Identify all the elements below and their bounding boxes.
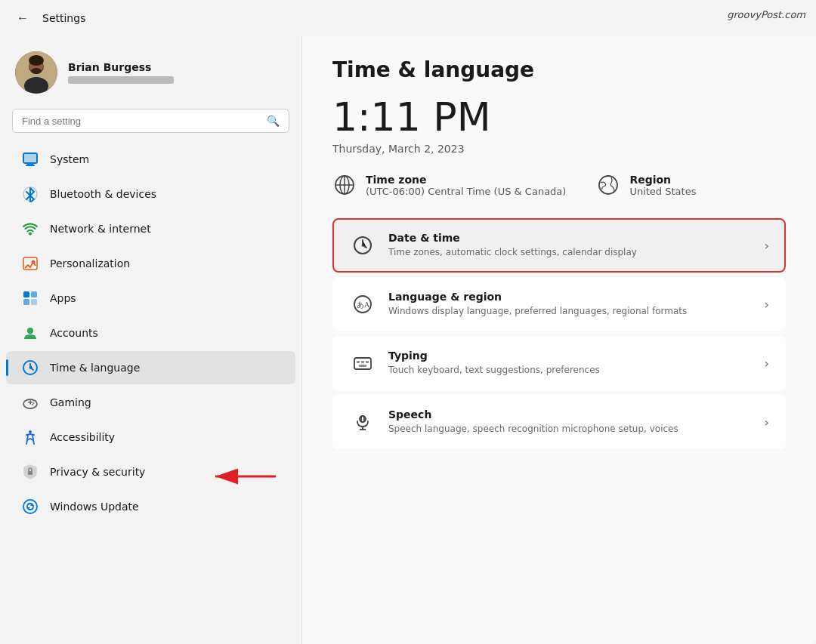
timezone-label: Time zone [366, 174, 566, 186]
datetime-card-chevron: › [765, 239, 769, 253]
avatar [15, 51, 57, 94]
typing-card-desc: Touch keyboard, text suggestions, prefer… [388, 364, 756, 377]
timezone-value: (UTC-06:00) Central Time (US & Canada) [366, 186, 566, 197]
sidebar-item-apps[interactable]: Apps [6, 282, 295, 315]
bluetooth-icon [21, 185, 39, 203]
svg-rect-40 [361, 361, 364, 363]
sidebar-item-label-accounts: Accounts [50, 327, 98, 339]
svg-point-28 [23, 500, 37, 513]
sidebar-item-label-update: Windows Update [50, 501, 139, 513]
sidebar-item-update[interactable]: Windows Update [6, 490, 295, 523]
sidebar-item-label-bluetooth: Bluetooth & devices [50, 188, 156, 200]
typing-card-chevron: › [765, 356, 769, 371]
datetime-card[interactable]: Date & time Time zones, automatic clock … [332, 218, 786, 273]
gaming-icon [21, 393, 39, 411]
svg-rect-7 [27, 163, 33, 165]
svg-rect-41 [366, 361, 369, 363]
timezone-text: Time zone (UTC-06:00) Central Time (US &… [366, 174, 566, 197]
sidebar-item-label-apps: Apps [50, 292, 76, 304]
title-bar-label: Settings [42, 12, 85, 24]
current-time: 1:11 PM [332, 94, 786, 140]
language-card-desc: Windows display language, preferred lang… [388, 305, 756, 318]
typing-card-icon [349, 350, 376, 377]
sidebar-item-accessibility[interactable]: Accessibility [6, 421, 295, 454]
typing-card[interactable]: Typing Touch keyboard, text suggestions,… [332, 336, 786, 390]
language-card-title: Language & region [388, 291, 756, 303]
user-section: Brian Burgess [0, 42, 301, 109]
speech-card[interactable]: Speech Speech language, speech recogniti… [332, 395, 786, 449]
svg-rect-15 [31, 291, 37, 297]
region-value: United States [629, 186, 696, 197]
sidebar-item-label-system: System [50, 153, 89, 165]
svg-point-11 [29, 233, 32, 236]
svg-point-33 [599, 176, 617, 194]
watermark: groovyPost.com [727, 9, 805, 20]
settings-window: ← Settings groovyPost.com [0, 0, 816, 644]
svg-rect-42 [359, 365, 366, 367]
update-icon [21, 498, 39, 516]
accounts-icon [21, 324, 39, 342]
sidebar-item-system[interactable]: System [6, 143, 295, 176]
sidebar-item-personalization[interactable]: Personalization [6, 247, 295, 280]
svg-rect-44 [361, 416, 364, 422]
system-icon [21, 150, 39, 168]
language-card-text: Language & region Windows display langua… [388, 291, 756, 318]
datetime-card-title: Date & time [388, 232, 756, 244]
typing-card-title: Typing [388, 350, 756, 362]
sidebar-item-time[interactable]: Time & language [6, 351, 295, 384]
language-card-chevron: › [765, 297, 769, 312]
region-info: Region United States [596, 173, 696, 197]
accessibility-icon [21, 428, 39, 446]
region-icon [596, 173, 620, 197]
language-card-icon: あA [349, 291, 376, 318]
timezone-info: Time zone (UTC-06:00) Central Time (US &… [332, 173, 566, 197]
search-icon: 🔍 [267, 115, 280, 127]
sidebar-item-gaming[interactable]: Gaming [6, 386, 295, 419]
search-box[interactable]: 🔍 [12, 109, 289, 133]
svg-point-35 [362, 245, 364, 247]
search-input[interactable] [22, 116, 261, 127]
sidebar-item-bluetooth[interactable]: Bluetooth & devices [6, 177, 295, 211]
svg-rect-27 [28, 471, 32, 475]
svg-point-24 [33, 402, 35, 404]
sidebar-item-label-gaming: Gaming [50, 396, 91, 408]
svg-rect-38 [354, 358, 371, 369]
back-button[interactable]: ← [12, 8, 33, 29]
svg-text:あA: あA [357, 300, 370, 309]
speech-card-title: Speech [388, 408, 756, 421]
user-email-blurred [68, 76, 174, 84]
typing-card-text: Typing Touch keyboard, text suggestions,… [388, 350, 756, 377]
datetime-card-text: Date & time Time zones, automatic clock … [388, 232, 756, 259]
datetime-card-desc: Time zones, automatic clock settings, ca… [388, 246, 756, 259]
privacy-icon [21, 463, 39, 481]
svg-point-26 [29, 430, 32, 433]
timezone-icon [332, 173, 357, 197]
svg-rect-16 [23, 299, 29, 305]
user-info: Brian Burgess [68, 61, 174, 84]
time-icon [21, 359, 39, 377]
personalization-icon [21, 254, 39, 273]
svg-point-18 [27, 328, 33, 334]
title-bar: ← Settings groovyPost.com [0, 0, 816, 36]
speech-card-text: Speech Speech language, speech recogniti… [388, 408, 756, 436]
page-title: Time & language [332, 57, 786, 82]
sidebar-item-label-privacy: Privacy & security [50, 466, 145, 478]
region-text: Region United States [629, 174, 696, 197]
main-layout: Brian Burgess 🔍 System Blueto [0, 36, 816, 644]
sidebar-item-label-personalization: Personalization [50, 257, 130, 270]
sidebar-item-label-accessibility: Accessibility [50, 431, 115, 443]
speech-card-chevron: › [765, 415, 769, 430]
speech-card-desc: Speech language, speech recognition micr… [388, 423, 756, 436]
datetime-card-icon [349, 232, 376, 259]
language-card[interactable]: あA Language & region Windows display lan… [332, 277, 786, 331]
svg-point-4 [29, 55, 44, 66]
user-name: Brian Burgess [68, 61, 174, 73]
svg-rect-17 [31, 299, 37, 305]
sidebar-item-accounts[interactable]: Accounts [6, 316, 295, 350]
svg-rect-8 [26, 165, 35, 166]
info-row: Time zone (UTC-06:00) Central Time (US &… [332, 173, 786, 197]
svg-point-12 [32, 260, 36, 264]
sidebar-item-network[interactable]: Network & internet [6, 212, 295, 245]
svg-rect-14 [23, 291, 29, 297]
sidebar-item-privacy[interactable]: Privacy & security [6, 455, 295, 488]
